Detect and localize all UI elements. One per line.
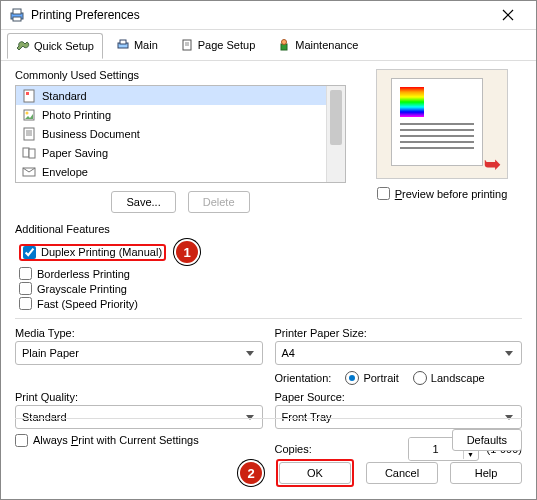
borderless-printing-label: Borderless Printing — [37, 268, 130, 280]
list-item-label: Paper Saving — [42, 147, 108, 159]
media-type-label: Media Type: — [15, 327, 263, 339]
svg-rect-13 — [26, 92, 29, 95]
duplex-printing-label: Duplex Printing (Manual) — [41, 246, 162, 258]
paper-size-label: Printer Paper Size: — [275, 327, 523, 339]
grayscale-printing-label: Grayscale Printing — [37, 283, 127, 295]
maintenance-icon — [277, 38, 291, 52]
radio-off-icon — [413, 371, 427, 385]
svg-rect-1 — [13, 9, 21, 14]
paper-source-label: Paper Source: — [275, 391, 523, 403]
titlebar: Printing Preferences — [1, 1, 536, 30]
tab-page-setup[interactable]: Page Setup — [171, 32, 265, 58]
orientation-portrait-radio[interactable]: Portrait — [345, 371, 398, 385]
list-item-business[interactable]: Business Document — [16, 124, 345, 143]
flip-arrow-icon: ➥ — [484, 152, 501, 176]
wrench-icon — [16, 39, 30, 53]
tab-label: Main — [134, 39, 158, 51]
paper-saving-icon — [22, 146, 36, 160]
help-button-label: Help — [475, 467, 498, 479]
fast-priority-checkbox[interactable] — [19, 297, 32, 310]
annotation-badge-2: 2 — [238, 460, 264, 486]
list-item-label: Business Document — [42, 128, 140, 140]
window-title: Printing Preferences — [31, 8, 488, 22]
svg-rect-20 — [23, 148, 29, 157]
svg-rect-12 — [24, 90, 34, 102]
svg-rect-16 — [24, 128, 34, 140]
commonly-used-label: Commonly Used Settings — [15, 69, 346, 81]
close-button[interactable] — [488, 3, 528, 27]
tab-label: Quick Setup — [34, 40, 94, 52]
printer-icon — [9, 7, 25, 23]
tab-quick-setup[interactable]: Quick Setup — [7, 33, 103, 59]
scrollbar[interactable] — [326, 86, 345, 182]
svg-point-11 — [282, 40, 287, 45]
list-item-label: Standard — [42, 90, 87, 102]
preview-before-printing-checkbox[interactable] — [377, 187, 390, 200]
tab-label: Maintenance — [295, 39, 358, 51]
paper-size-select[interactable]: A4 — [275, 341, 523, 365]
list-item-label: Envelope — [42, 166, 88, 178]
grayscale-printing-checkbox[interactable] — [19, 282, 32, 295]
close-icon — [502, 9, 514, 21]
delete-button[interactable]: Delete — [188, 191, 250, 213]
orientation-landscape-label: Landscape — [431, 372, 485, 384]
photo-icon — [22, 108, 36, 122]
envelope-icon — [22, 165, 36, 179]
list-item-standard[interactable]: Standard — [16, 86, 345, 105]
print-quality-label: Print Quality: — [15, 391, 263, 403]
orientation-portrait-label: Portrait — [363, 372, 398, 384]
always-print-checkbox[interactable] — [15, 434, 28, 447]
tab-label: Page Setup — [198, 39, 256, 51]
media-type-select[interactable]: Plain Paper — [15, 341, 263, 365]
doc-icon — [22, 89, 36, 103]
media-type-value: Plain Paper — [22, 347, 79, 359]
scrollbar-thumb[interactable] — [330, 90, 342, 145]
borderless-printing-checkbox[interactable] — [19, 267, 32, 280]
save-button-label: Save... — [126, 196, 160, 208]
radio-on-icon — [345, 371, 359, 385]
tab-bar: Quick Setup Main Page Setup Maintenance — [1, 30, 536, 61]
cancel-button-label: Cancel — [385, 467, 419, 479]
printing-preferences-window: Printing Preferences Quick Setup Main Pa… — [0, 0, 537, 500]
defaults-button[interactable]: Defaults — [452, 429, 522, 451]
preview-checkbox-label: Preview before printing — [395, 188, 508, 200]
business-doc-icon — [22, 127, 36, 141]
tab-panel: Commonly Used Settings Standard Photo Pr… — [1, 59, 536, 499]
defaults-button-label: Defaults — [467, 434, 507, 446]
preview-thumbnail: ➥ — [376, 69, 508, 179]
help-button[interactable]: Help — [450, 462, 522, 484]
tab-maintenance[interactable]: Maintenance — [268, 32, 367, 58]
ok-button-label: OK — [307, 467, 323, 479]
orientation-label: Orientation: — [275, 372, 332, 384]
orientation-landscape-radio[interactable]: Landscape — [413, 371, 485, 385]
always-print-label: Always Print with Current Settings — [33, 434, 199, 446]
duplex-printing-checkbox[interactable] — [23, 246, 36, 259]
paper-size-value: A4 — [282, 347, 295, 359]
commonly-used-list[interactable]: Standard Photo Printing Business Documen… — [15, 85, 346, 183]
svg-rect-6 — [120, 40, 126, 44]
save-button[interactable]: Save... — [111, 191, 175, 213]
tab-main[interactable]: Main — [107, 32, 167, 58]
list-item-label: Photo Printing — [42, 109, 111, 121]
list-item-envelope[interactable]: Envelope — [16, 162, 345, 181]
fast-priority-label: Fast (Speed Priority) — [37, 298, 138, 310]
printer-small-icon — [116, 38, 130, 52]
delete-button-label: Delete — [203, 196, 235, 208]
svg-point-15 — [26, 111, 29, 114]
additional-features-label: Additional Features — [15, 223, 522, 235]
list-item-paper-saving[interactable]: Paper Saving — [16, 143, 345, 162]
list-item-photo[interactable]: Photo Printing — [16, 105, 345, 124]
cancel-button[interactable]: Cancel — [366, 462, 438, 484]
svg-rect-2 — [13, 17, 21, 21]
page-icon — [180, 38, 194, 52]
svg-rect-21 — [29, 149, 35, 158]
ok-button[interactable]: OK — [279, 462, 351, 484]
annotation-badge-1: 1 — [174, 239, 200, 265]
